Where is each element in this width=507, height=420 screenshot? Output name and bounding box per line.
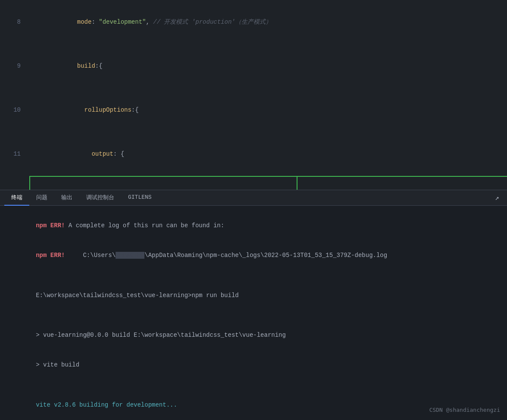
line-number-8: 8 — [0, 15, 29, 29]
terminal-section: 终端 问题 输出 调试控制台 GITLENS ↗ npm ERR! A comp… — [0, 190, 507, 420]
tab-debug-console[interactable]: 调试控制台 — [79, 190, 121, 206]
editor-section: 8 mode: "development", // 开发模式 'producti… — [0, 0, 507, 190]
line-content-8: mode: "development", // 开发模式 'production… — [29, 0, 507, 44]
line-content-12: entryFileNames: 'assets/[name].js', — [47, 177, 297, 190]
code-line-8: 8 mode: "development", // 开发模式 'producti… — [0, 0, 507, 44]
code-line-10: 10 rollupOptions:{ — [0, 88, 507, 132]
blank-line-3 — [7, 380, 500, 390]
app-container: 8 mode: "development", // 开发模式 'producti… — [0, 0, 507, 420]
line-content-10: rollupOptions:{ — [29, 88, 507, 132]
code-line-11: 11 output: { — [0, 132, 507, 176]
line-content-11: output: { — [29, 132, 507, 176]
line-number-10: 10 — [0, 103, 29, 117]
terminal-content: npm ERR! A complete log of this run can … — [0, 206, 507, 420]
line-number-11: 11 — [0, 147, 29, 161]
npm-err-log-line1: npm ERR! A complete log of this run can … — [7, 211, 500, 241]
npm-err-log-line2: npm ERR! C:\Users\REDACTED\AppData\Roami… — [7, 241, 500, 270]
tab-problems[interactable]: 问题 — [29, 190, 54, 206]
script-run-line2: > vite build — [7, 350, 500, 380]
expand-terminal-button[interactable]: ↗ — [491, 194, 503, 202]
code-line-12: 12 entryFileNames: 'assets/[name].js', — [29, 176, 507, 190]
tab-terminal[interactable]: 终端 — [4, 190, 29, 206]
blank-line-1 — [7, 271, 500, 281]
code-lines: 8 mode: "development", // 开发模式 'producti… — [0, 0, 507, 190]
prompt-npm-run-build: E:\workspace\tailwindcss_test\vue-learni… — [7, 281, 500, 310]
vite-building-line: vite v2.8.6 building for development... — [7, 390, 500, 420]
script-run-line1: > vue-learning@0.0.0 build E:\workspace\… — [7, 320, 500, 350]
tab-gitlens[interactable]: GITLENS — [121, 190, 159, 206]
csdn-label: CSDN @shandianchengzi — [429, 407, 500, 413]
line-content-9: build:{ — [29, 44, 507, 88]
blank-line-2 — [7, 310, 500, 320]
code-line-9: 9 build:{ — [0, 44, 507, 88]
tab-output[interactable]: 输出 — [54, 190, 79, 206]
terminal-tabs: 终端 问题 输出 调试控制台 GITLENS ↗ — [0, 190, 507, 206]
line-number-9: 9 — [0, 59, 29, 73]
